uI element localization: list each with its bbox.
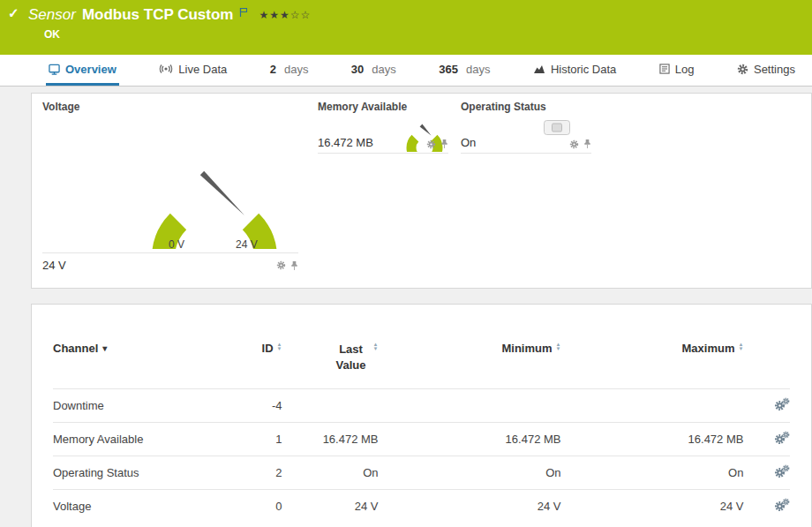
overview-icon bbox=[49, 64, 60, 75]
tab-historic-data-label: Historic Data bbox=[551, 63, 616, 76]
cell-minimum: 24 V bbox=[379, 490, 561, 523]
tab-30-days-number: 30 bbox=[351, 63, 364, 76]
id-header-label: ID bbox=[262, 342, 274, 355]
sort-arrows-icon: ▲▼ bbox=[738, 343, 743, 351]
cell-minimum bbox=[379, 389, 561, 423]
gauge-needle bbox=[200, 171, 244, 215]
cell-id: 1 bbox=[218, 423, 282, 456]
settings-gear-icon bbox=[737, 64, 748, 75]
caret-down-icon: ▾ bbox=[102, 343, 107, 353]
maximum-header-label: Maximum bbox=[682, 342, 735, 355]
minimum-header-label: Minimum bbox=[501, 342, 552, 355]
cell-maximum: 16.472 MB bbox=[560, 423, 743, 456]
gauge-voltage: Voltage 0 V 24 V 24 V bbox=[42, 101, 298, 272]
tab-365-days-number: 365 bbox=[439, 63, 458, 76]
sort-minimum-header[interactable]: Minimum ▲▼ bbox=[501, 342, 560, 355]
sensor-status-text: OK bbox=[0, 24, 812, 41]
cell-minimum: 16.472 MB bbox=[379, 423, 561, 456]
sensor-status-banner: ✓ Sensor Modbus TCP Custom ★★★☆☆ OK bbox=[0, 0, 812, 55]
status-check-icon: ✓ bbox=[8, 5, 19, 21]
cell-channel: Voltage bbox=[53, 490, 218, 523]
operating-value: On bbox=[461, 136, 476, 149]
channel-settings-icon[interactable] bbox=[774, 498, 790, 512]
tab-settings[interactable]: Settings bbox=[734, 55, 798, 86]
gauge-memory-available: Memory Available 16.472 MB bbox=[318, 101, 448, 154]
switch-gauge-icon bbox=[544, 120, 570, 135]
cell-maximum: 24 V bbox=[560, 490, 743, 523]
table-row: Voltage 0 24 V 24 V 24 V bbox=[53, 490, 790, 523]
last-value-header-label: Last Value bbox=[333, 342, 370, 373]
stars-empty: ☆☆ bbox=[290, 9, 312, 21]
cell-id: -4 bbox=[218, 389, 282, 423]
tab-live-data-label: Live Data bbox=[178, 63, 227, 76]
channel-table: Channel ▾ ID ▲▼ Last Value ▲▼ bbox=[53, 342, 790, 523]
gauge-operating-title: Operating Status bbox=[461, 101, 591, 113]
stars-filled: ★★★ bbox=[259, 9, 289, 21]
live-data-icon bbox=[159, 64, 173, 74]
cell-maximum: On bbox=[560, 456, 743, 490]
sort-arrows-icon: ▲▼ bbox=[373, 343, 379, 351]
sensor-title: Modbus TCP Custom bbox=[82, 6, 234, 24]
sort-channel-header[interactable]: Channel ▾ bbox=[53, 342, 107, 355]
pin-icon[interactable] bbox=[440, 139, 448, 149]
gauges-panel: Voltage 0 V 24 V 24 V bbox=[31, 93, 812, 289]
voltage-gauge-dial bbox=[131, 117, 298, 249]
sensor-overview-page: ✓ Sensor Modbus TCP Custom ★★★☆☆ OK Over… bbox=[0, 0, 812, 527]
cell-channel: Operating Status bbox=[53, 456, 218, 490]
cell-channel: Downtime bbox=[53, 389, 218, 423]
memory-footer: 16.472 MB bbox=[318, 136, 448, 154]
pin-icon[interactable] bbox=[290, 260, 298, 271]
flag-icon[interactable] bbox=[239, 7, 248, 18]
cell-last-value: On bbox=[282, 456, 378, 490]
tab-2-days[interactable]: 2 days bbox=[267, 55, 312, 86]
sort-id-header[interactable]: ID ▲▼ bbox=[262, 342, 282, 355]
voltage-footer: 24 V bbox=[42, 252, 298, 272]
sort-maximum-header[interactable]: Maximum ▲▼ bbox=[682, 342, 744, 355]
tab-365-days[interactable]: 365 days bbox=[436, 55, 492, 86]
sensor-title-line: Sensor Modbus TCP Custom ★★★☆☆ bbox=[0, 0, 812, 24]
cell-id: 0 bbox=[218, 490, 282, 523]
tab-30-days[interactable]: 30 days bbox=[349, 55, 399, 86]
table-row: Memory Available 1 16.472 MB 16.472 MB 1… bbox=[53, 423, 790, 456]
gear-icon[interactable] bbox=[426, 139, 436, 149]
sort-last-value-header[interactable]: Last Value ▲▼ bbox=[333, 342, 379, 373]
tab-2-days-number: 2 bbox=[270, 63, 276, 76]
voltage-scale-max: 24 V bbox=[236, 238, 258, 251]
cell-last-value: 16.472 MB bbox=[282, 423, 378, 456]
gear-icon[interactable] bbox=[569, 139, 579, 149]
priority-stars[interactable]: ★★★☆☆ bbox=[259, 9, 311, 21]
tab-bar: Overview Live Data 2 days 30 days 365 da… bbox=[0, 55, 812, 87]
gauge-voltage-title: Voltage bbox=[42, 101, 298, 113]
tab-overview[interactable]: Overview bbox=[46, 55, 119, 86]
cell-maximum bbox=[560, 389, 743, 423]
channel-settings-icon[interactable] bbox=[774, 431, 790, 445]
cell-channel: Memory Available bbox=[53, 423, 218, 456]
tab-log-label: Log bbox=[675, 63, 695, 76]
tab-2-days-unit: days bbox=[284, 63, 308, 76]
gauge-operating-status: Operating Status On bbox=[461, 101, 591, 154]
voltage-gauge-chart: 0 V 24 V bbox=[42, 117, 298, 251]
table-row: Downtime -4 bbox=[53, 389, 790, 423]
channel-header-label: Channel bbox=[53, 342, 98, 355]
gear-icon[interactable] bbox=[276, 260, 286, 270]
channel-table-panel: Channel ▾ ID ▲▼ Last Value ▲▼ bbox=[31, 304, 812, 527]
cell-last-value bbox=[282, 389, 378, 423]
pin-icon[interactable] bbox=[583, 139, 591, 149]
cell-last-value: 24 V bbox=[282, 490, 378, 523]
sort-arrows-icon: ▲▼ bbox=[556, 343, 561, 351]
tab-live-data[interactable]: Live Data bbox=[156, 55, 229, 86]
log-icon bbox=[659, 64, 670, 74]
channel-settings-icon[interactable] bbox=[774, 397, 790, 411]
cell-id: 2 bbox=[218, 456, 282, 490]
cell-minimum: On bbox=[379, 456, 561, 490]
channel-settings-icon[interactable] bbox=[774, 464, 790, 478]
tab-historic-data[interactable]: Historic Data bbox=[530, 55, 619, 86]
tab-365-days-unit: days bbox=[466, 63, 490, 76]
voltage-value: 24 V bbox=[42, 259, 66, 272]
tab-30-days-unit: days bbox=[372, 63, 395, 76]
tab-settings-label: Settings bbox=[754, 63, 795, 76]
tab-overview-label: Overview bbox=[65, 63, 117, 76]
voltage-scale-min: 0 V bbox=[169, 238, 184, 251]
table-header-row: Channel ▾ ID ▲▼ Last Value ▲▼ bbox=[53, 342, 790, 389]
tab-log[interactable]: Log bbox=[657, 55, 697, 86]
